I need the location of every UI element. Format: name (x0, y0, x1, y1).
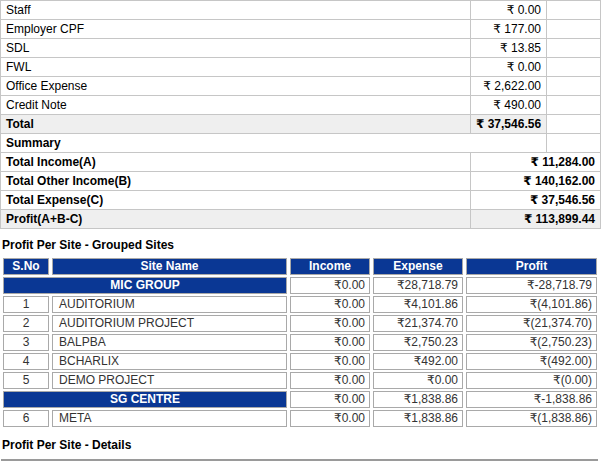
site-name: AUDITORIUM PROJECT (52, 315, 287, 332)
group-name: SG CENTRE (3, 391, 287, 408)
site-income: ₹0.00 (290, 372, 370, 389)
summary-value: ₹ 37,546.56 (471, 191, 601, 210)
summary-row: Total Expense(C)₹ 37,546.56 (1, 191, 601, 210)
summary-value: ₹ 113,899.44 (471, 210, 601, 229)
column-header-site-name: Site Name (52, 258, 287, 275)
spacer-cell (547, 96, 601, 115)
site-income: ₹0.00 (290, 315, 370, 332)
site-income: ₹0.00 (290, 296, 370, 313)
expense-value: ₹ 2,622.00 (471, 77, 547, 96)
site-name: DEMO PROJECT (52, 372, 287, 389)
group-expense: ₹28,718.79 (373, 277, 463, 294)
site-row: 3BALPBA₹0.00₹2,750.23₹(2,750.23) (3, 334, 597, 351)
site-expense: ₹2,750.23 (373, 334, 463, 351)
summary-header-row: Summary (1, 134, 601, 153)
site-row: 5DEMO PROJECT₹0.00₹0.00₹(0.00) (3, 372, 597, 389)
site-income: ₹0.00 (290, 353, 370, 370)
site-name: BALPBA (52, 334, 287, 351)
spacer-cell (547, 77, 601, 96)
summary-label: Total Other Income(B) (1, 172, 471, 191)
site-row: 1AUDITORIUM₹0.00₹4,101.86₹(4,101.86) (3, 296, 597, 313)
site-expense: ₹0.00 (373, 372, 463, 389)
site-sno: 2 (3, 315, 49, 332)
expense-summary-table: Staff₹ 0.00Employer CPF₹ 177.00SDL₹ 13.8… (0, 0, 601, 229)
expense-label: SDL (1, 39, 471, 58)
summary-header-label: Summary (1, 134, 547, 153)
spacer-cell (547, 115, 601, 134)
expense-label: Credit Note (1, 96, 471, 115)
group-profit: ₹-1,838.86 (466, 391, 597, 408)
grouped-sites-table: S.NoSite NameIncomeExpenseProfit MIC GRO… (0, 256, 600, 429)
group-profit: ₹-28,718.79 (466, 277, 597, 294)
site-sno: 3 (3, 334, 49, 351)
expense-label: FWL (1, 58, 471, 77)
site-profit: ₹(1,838.86) (466, 410, 597, 427)
expense-value: ₹ 13.85 (471, 39, 547, 58)
expense-value: ₹ 177.00 (471, 20, 547, 39)
group-income: ₹0.00 (290, 277, 370, 294)
group-name: MIC GROUP (3, 277, 287, 294)
expense-row: Credit Note₹ 490.00 (1, 96, 601, 115)
report-page: Staff₹ 0.00Employer CPF₹ 177.00SDL₹ 13.8… (0, 0, 601, 468)
expense-value: ₹ 490.00 (471, 96, 547, 115)
expense-label: Total (1, 115, 471, 134)
summary-label: Profit(A+B-C) (1, 210, 471, 229)
site-row: 6META₹0.00₹1,838.86₹(1,838.86) (3, 410, 597, 427)
site-sno: 6 (3, 410, 49, 427)
group-expense: ₹1,838.86 (373, 391, 463, 408)
site-expense: ₹4,101.86 (373, 296, 463, 313)
column-header-expense: Expense (373, 258, 463, 275)
site-expense: ₹492.00 (373, 353, 463, 370)
site-profit: ₹(21,374.70) (466, 315, 597, 332)
grouped-sites-heading: Profit Per Site - Grouped Sites (2, 238, 601, 252)
site-row: 2AUDITORIUM PROJECT₹0.00₹21,374.70₹(21,3… (3, 315, 597, 332)
details-table-top-border (1, 459, 598, 461)
expense-row: Total₹ 37,546.56 (1, 115, 601, 134)
spacer-cell (547, 20, 601, 39)
spacer-cell (547, 58, 601, 77)
group-row: MIC GROUP₹0.00₹28,718.79₹-28,718.79 (3, 277, 597, 294)
expense-label: Staff (1, 1, 471, 20)
expense-row: Office Expense₹ 2,622.00 (1, 77, 601, 96)
expense-row: SDL₹ 13.85 (1, 39, 601, 58)
site-sno: 5 (3, 372, 49, 389)
expense-value: ₹ 37,546.56 (471, 115, 547, 134)
site-expense: ₹1,838.86 (373, 410, 463, 427)
expense-row: Staff₹ 0.00 (1, 1, 601, 20)
site-sno: 4 (3, 353, 49, 370)
column-header-s-no: S.No (3, 258, 49, 275)
grouped-sites-header-row: S.NoSite NameIncomeExpenseProfit (3, 258, 597, 275)
summary-label: Total Income(A) (1, 153, 471, 172)
site-profit: ₹(0.00) (466, 372, 597, 389)
spacer-cell (547, 39, 601, 58)
expense-label: Employer CPF (1, 20, 471, 39)
site-name: BCHARLIX (52, 353, 287, 370)
site-row: 4BCHARLIX₹0.00₹492.00₹(492.00) (3, 353, 597, 370)
site-sno: 1 (3, 296, 49, 313)
site-profit: ₹(2,750.23) (466, 334, 597, 351)
summary-label: Total Expense(C) (1, 191, 471, 210)
site-name: AUDITORIUM (52, 296, 287, 313)
site-name: META (52, 410, 287, 427)
spacer-cell (547, 1, 601, 20)
summary-row: Total Other Income(B)₹ 140,162.00 (1, 172, 601, 191)
expense-value: ₹ 0.00 (471, 58, 547, 77)
site-expense: ₹21,374.70 (373, 315, 463, 332)
summary-row: Profit(A+B-C)₹ 113,899.44 (1, 210, 601, 229)
site-income: ₹0.00 (290, 410, 370, 427)
details-heading: Profit Per Site - Details (2, 438, 601, 452)
site-income: ₹0.00 (290, 334, 370, 351)
summary-value: ₹ 11,284.00 (471, 153, 601, 172)
spacer-cell (547, 134, 601, 153)
summary-value: ₹ 140,162.00 (471, 172, 601, 191)
column-header-profit: Profit (466, 258, 597, 275)
site-profit: ₹(492.00) (466, 353, 597, 370)
expense-value: ₹ 0.00 (471, 1, 547, 20)
group-income: ₹0.00 (290, 391, 370, 408)
expense-row: FWL₹ 0.00 (1, 58, 601, 77)
site-profit: ₹(4,101.86) (466, 296, 597, 313)
expense-label: Office Expense (1, 77, 471, 96)
group-row: SG CENTRE₹0.00₹1,838.86₹-1,838.86 (3, 391, 597, 408)
expense-row: Employer CPF₹ 177.00 (1, 20, 601, 39)
summary-row: Total Income(A)₹ 11,284.00 (1, 153, 601, 172)
